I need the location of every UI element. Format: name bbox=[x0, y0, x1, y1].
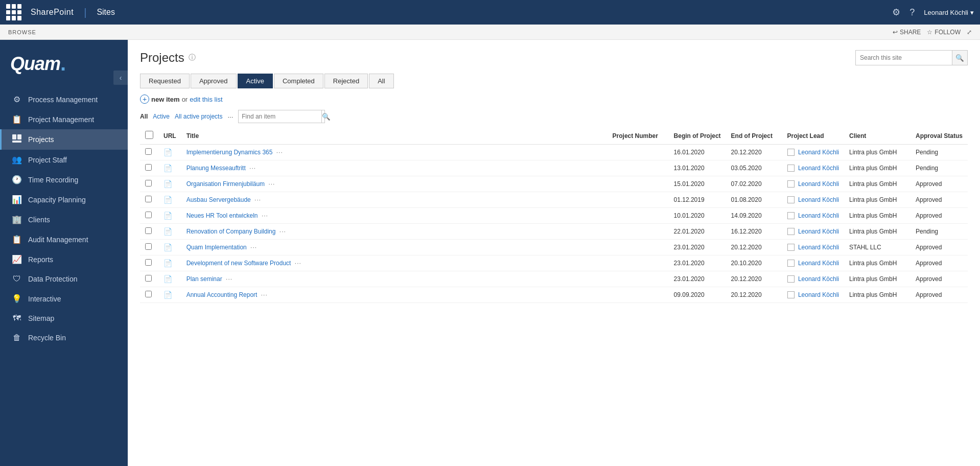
table-row: 📄 Annual Accounting Report ··· 09.09.202… bbox=[140, 287, 968, 303]
row-lead-link[interactable]: Leonard Köchli bbox=[798, 149, 839, 156]
search-input[interactable] bbox=[856, 54, 952, 61]
find-item-button[interactable]: 🔍 bbox=[321, 110, 331, 123]
lead-checkbox bbox=[787, 165, 795, 172]
row-url-cell: 📄 bbox=[158, 176, 181, 192]
row-lead-link[interactable]: Leonard Köchli bbox=[798, 180, 839, 188]
row-checkbox[interactable] bbox=[145, 148, 152, 155]
sidebar-item-recycle-bin[interactable]: 🗑 Recycle Bin bbox=[0, 328, 128, 347]
tab-rejected[interactable]: Rejected bbox=[324, 74, 368, 88]
row-lead-link[interactable]: Leonard Köchli bbox=[798, 260, 839, 267]
row-context-menu[interactable]: ··· bbox=[247, 165, 258, 172]
sidebar-item-capacity-planning[interactable]: 📊 Capacity Planning bbox=[0, 190, 128, 209]
row-client-cell: Lintra plus GmbH bbox=[844, 208, 911, 224]
row-context-menu[interactable]: ··· bbox=[266, 180, 277, 188]
row-title-link[interactable]: Implementierung Dynamics 365 bbox=[186, 149, 273, 156]
sidebar-item-reports[interactable]: 📈 Reports bbox=[0, 249, 128, 269]
sidebar-item-project-management[interactable]: 📋 Project Management bbox=[0, 109, 128, 129]
share-button[interactable]: ↩ SHARE bbox=[893, 29, 921, 36]
lead-checkbox bbox=[787, 244, 795, 251]
sidebar-item-process-management[interactable]: ⚙ Process Management bbox=[0, 89, 128, 109]
row-lead-link[interactable]: Leonard Köchli bbox=[798, 196, 839, 203]
app-grid-icon[interactable] bbox=[6, 4, 22, 20]
sidebar-collapse-button[interactable]: ‹ bbox=[113, 71, 128, 85]
fullscreen-icon: ⤢ bbox=[967, 29, 972, 36]
row-checkbox[interactable] bbox=[145, 212, 152, 218]
row-context-menu[interactable]: ··· bbox=[277, 228, 288, 235]
tab-approved[interactable]: Approved bbox=[191, 74, 237, 88]
sidebar-item-data-protection[interactable]: 🛡 Data Protection bbox=[0, 269, 128, 289]
row-context-menu[interactable]: ··· bbox=[252, 196, 263, 203]
sidebar-item-time-recording[interactable]: 🕐 Time Recording bbox=[0, 170, 128, 190]
tab-requested[interactable]: Requested bbox=[140, 74, 190, 88]
row-lead-link[interactable]: Leonard Köchli bbox=[798, 244, 839, 251]
sidebar-item-audit-management[interactable]: 📋 Audit Management bbox=[0, 229, 128, 249]
tab-all[interactable]: All bbox=[369, 74, 393, 88]
sidebar-item-projects[interactable]: Projects bbox=[0, 129, 128, 150]
find-item-input[interactable] bbox=[239, 113, 321, 120]
row-title-link[interactable]: Planung Messeauftritt bbox=[186, 165, 246, 172]
row-lead-link[interactable]: Leonard Köchli bbox=[798, 165, 839, 172]
th-lead: Project Lead bbox=[782, 127, 844, 145]
row-client-cell: Lintra plus GmbH bbox=[844, 160, 911, 176]
edit-list-link[interactable]: edit this list bbox=[190, 96, 222, 103]
page-info-icon[interactable]: ⓘ bbox=[189, 53, 196, 62]
document-icon: 📄 bbox=[164, 227, 172, 236]
search-button[interactable]: 🔍 bbox=[952, 51, 967, 65]
fullscreen-button[interactable]: ⤢ bbox=[967, 29, 972, 36]
settings-icon[interactable]: ⚙ bbox=[892, 7, 900, 18]
row-title-link[interactable]: Renovation of Company Building bbox=[186, 228, 276, 235]
row-title-link[interactable]: Ausbau Servergebäude bbox=[186, 196, 251, 203]
row-begin-cell: 15.01.2020 bbox=[669, 176, 726, 192]
sidebar-item-sitemap[interactable]: 🗺 Sitemap bbox=[0, 309, 128, 328]
row-checkbox[interactable] bbox=[145, 275, 152, 282]
project-staff-icon: 👥 bbox=[12, 155, 22, 165]
row-end-cell: 07.02.2020 bbox=[726, 176, 782, 192]
row-title-link[interactable]: Development of new Software Product bbox=[186, 260, 291, 267]
row-checkbox[interactable] bbox=[145, 243, 152, 250]
row-context-menu[interactable]: ··· bbox=[259, 291, 270, 298]
app-title: SharePoint bbox=[31, 8, 74, 17]
row-checkbox[interactable] bbox=[145, 180, 152, 187]
row-checkbox[interactable] bbox=[145, 196, 152, 202]
tab-completed[interactable]: Completed bbox=[274, 74, 323, 88]
filter-active[interactable]: Active bbox=[153, 113, 170, 120]
row-checkbox[interactable] bbox=[145, 227, 152, 234]
sidebar-item-clients[interactable]: 🏢 Clients bbox=[0, 209, 128, 229]
row-status-cell: Approved bbox=[911, 287, 968, 303]
row-title-link[interactable]: Plan seminar bbox=[186, 275, 222, 283]
row-context-menu[interactable]: ··· bbox=[224, 275, 235, 283]
filter-more-icon[interactable]: ··· bbox=[227, 113, 233, 121]
filter-all-active[interactable]: All active projects bbox=[175, 113, 222, 120]
search-box: 🔍 bbox=[855, 50, 968, 65]
sites-label: Sites bbox=[97, 8, 115, 17]
row-checkbox[interactable] bbox=[145, 291, 152, 297]
sidebar-item-project-staff[interactable]: 👥 Project Staff bbox=[0, 150, 128, 170]
filter-all[interactable]: All bbox=[140, 113, 148, 120]
tab-active[interactable]: Active bbox=[238, 74, 273, 88]
row-checkbox[interactable] bbox=[145, 164, 152, 171]
row-context-menu[interactable]: ··· bbox=[260, 212, 270, 219]
row-context-menu[interactable]: ··· bbox=[248, 244, 259, 251]
row-number-cell bbox=[608, 255, 669, 271]
row-lead-link[interactable]: Leonard Köchli bbox=[798, 291, 839, 298]
row-title-link[interactable]: Organisation Firmenjubiläum bbox=[186, 180, 265, 188]
row-context-menu[interactable]: ··· bbox=[293, 260, 304, 267]
row-context-menu[interactable]: ··· bbox=[274, 149, 285, 156]
row-lead-link[interactable]: Leonard Köchli bbox=[798, 275, 839, 283]
th-checkbox bbox=[140, 127, 158, 145]
select-all-checkbox[interactable] bbox=[145, 131, 153, 139]
row-lead-cell: Leonard Köchli bbox=[782, 224, 844, 240]
row-title-link[interactable]: Quam Implementation bbox=[186, 244, 247, 251]
follow-button[interactable]: ☆ FOLLOW bbox=[927, 29, 961, 36]
sidebar-item-interactive[interactable]: 💡 Interactive bbox=[0, 289, 128, 309]
row-checkbox[interactable] bbox=[145, 259, 152, 266]
row-title-link[interactable]: Neues HR Tool entwickeln bbox=[186, 212, 258, 219]
row-lead-link[interactable]: Leonard Köchli bbox=[798, 228, 839, 235]
row-lead-link[interactable]: Leonard Köchli bbox=[798, 212, 839, 219]
row-title-link[interactable]: Annual Accounting Report bbox=[186, 291, 258, 298]
user-menu[interactable]: Leonard Köchli ▾ bbox=[924, 9, 974, 16]
new-item-plus-icon[interactable]: + bbox=[140, 95, 149, 104]
browse-actions: ↩ SHARE ☆ FOLLOW ⤢ bbox=[893, 29, 972, 36]
help-icon[interactable]: ? bbox=[909, 7, 915, 18]
filter-bar: All Active All active projects ··· 🔍 bbox=[128, 110, 980, 127]
